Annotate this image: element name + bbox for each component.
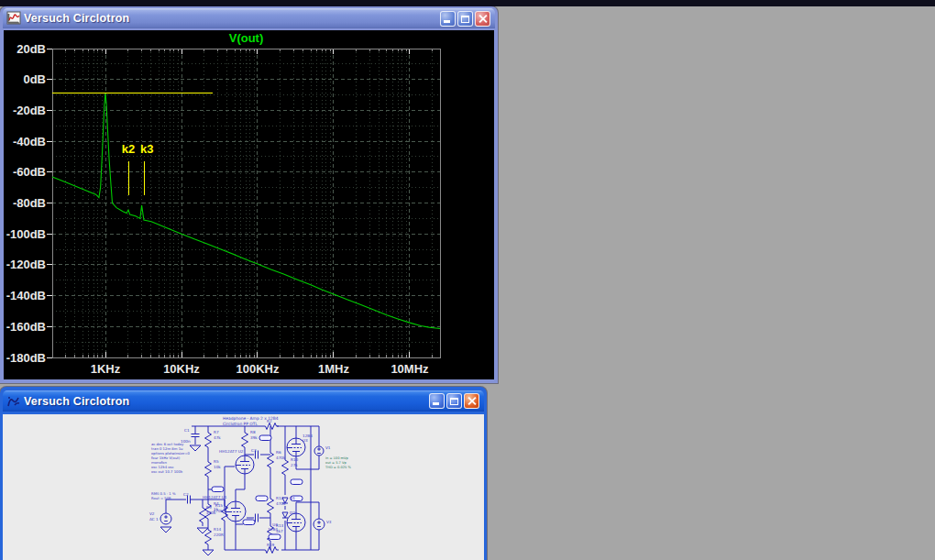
y-tick-label: 20dB (16, 42, 46, 56)
component-label: R2 (267, 419, 272, 423)
x-tick-label: 1MHz (318, 362, 349, 376)
component-label: R12 (276, 496, 284, 500)
net-label-flag (212, 487, 224, 492)
component-label: R7 (214, 430, 219, 434)
component-label: 10k (214, 465, 221, 469)
component-label: 220R (214, 533, 224, 537)
component-label: out = 5.7 Vp (325, 461, 346, 465)
component-label: 12B4 (268, 527, 278, 532)
component-label: 470k (276, 501, 286, 506)
minimize-button[interactable] (440, 11, 456, 27)
close-button[interactable] (464, 393, 479, 409)
spectrum-plot: 20dB0dB-20dB-40dB-60dB-80dB-100dB-120dB-… (4, 30, 494, 379)
close-button[interactable] (475, 11, 490, 27)
component-label: R5 (214, 459, 219, 464)
component-label: 100n (181, 439, 191, 444)
component-label: 27k (291, 463, 298, 467)
y-tick-label: -40dB (13, 135, 46, 148)
resistor (200, 504, 206, 526)
component-label: V1 (325, 445, 331, 450)
ground-symbol (197, 528, 208, 533)
maximize-icon (461, 16, 469, 23)
x-tick-label: 100KHz (236, 362, 280, 376)
harmonic-marker-label: k2 (122, 142, 135, 156)
component-label: 470k (214, 509, 224, 513)
harmonic-marker-label: k3 (140, 142, 153, 156)
component-label: 47k (214, 435, 221, 440)
x-tick-label: 1KHz (91, 362, 121, 376)
y-tick-label: -160dB (6, 320, 46, 334)
y-tick-label: -140dB (6, 289, 46, 302)
net-label-flag (269, 534, 280, 540)
component-label: R10 (291, 457, 299, 462)
top-edge-strip (0, 0, 935, 6)
waveform-chart-icon (6, 11, 21, 26)
y-tick-label: -60dB (13, 165, 46, 179)
schematic-scribble-icon (6, 394, 21, 409)
plot-axis-labels: 20dB0dB-20dB-40dB-60dB-80dB-100dB-120dB-… (6, 42, 429, 377)
schematic-window-title: Versuch Circlotron (24, 395, 427, 408)
minimize-icon (444, 20, 450, 23)
y-tick-label: -80dB (13, 196, 46, 210)
maximize-button[interactable] (446, 393, 462, 409)
resistor (205, 458, 212, 480)
annotations: k2k3 (52, 93, 213, 195)
net-label-flag (243, 520, 255, 525)
component-label: C2 (183, 492, 189, 497)
trace-name-label: V(out) (229, 31, 264, 45)
component-label: osc out 10.7 100k (151, 469, 183, 474)
component-label: C1 (184, 428, 190, 433)
close-icon (465, 394, 478, 408)
component-label: Rout = 50R (151, 496, 171, 500)
resistor (268, 449, 274, 471)
schematic-labels: Headphone - Amp 2 x 12B4Circlotron PP OT… (149, 416, 351, 547)
x-tick-label: 10MHz (390, 362, 429, 376)
maximize-button[interactable] (457, 11, 473, 27)
close-icon (476, 12, 490, 26)
component-label: U3 (302, 438, 308, 443)
diode (282, 512, 288, 518)
net-label-flag (259, 435, 271, 441)
component-label: R14 (214, 527, 222, 532)
component-label: 39k (250, 435, 258, 440)
schematic-window: Versuch Circlotron Headphone - Amp 2 x 1… (0, 387, 487, 560)
vout-trace (52, 93, 440, 329)
plot-window-titlebar[interactable]: Versuch Circlotron (3, 8, 495, 28)
resistor (242, 429, 248, 451)
plot-window-title: Versuch Circlotron (24, 12, 438, 25)
component-label: R9 (206, 505, 212, 510)
minimize-button[interactable] (429, 393, 445, 409)
schematic-pane[interactable]: Headphone - Amp 2 x 12B4Circlotron PP OT… (3, 414, 484, 560)
component-label: R8 (250, 430, 256, 434)
ground-symbol (190, 445, 201, 451)
y-tick-label: 0dB (23, 72, 46, 86)
component-label: V3 (326, 520, 332, 524)
circuit-schematic: Headphone - Amp 2 x 12B4Circlotron PP OT… (3, 414, 484, 560)
minimize-icon (433, 402, 439, 405)
x-tick-label: 10KHz (163, 362, 200, 376)
resistor (268, 495, 274, 517)
component-label: AC 1 (149, 517, 159, 522)
component-label: C3 (251, 448, 257, 453)
voltage-source (314, 519, 324, 530)
component-label: HH12AT7 U2 (219, 449, 244, 454)
component-label: Circlotron PP OTL (223, 422, 258, 426)
y-tick-label: -20dB (13, 104, 46, 117)
resistor (205, 429, 212, 451)
waveform-plot-pane[interactable]: 20dB0dB-20dB-40dB-60dB-80dB-100dB-120dB-… (4, 30, 494, 379)
component-label: HH12AT7 U1 (203, 495, 227, 500)
component-label: in = 100 mVp (325, 456, 349, 460)
component-label: 470k (276, 456, 286, 460)
y-tick-label: -180dB (6, 351, 46, 365)
component-label: D2 (290, 511, 295, 515)
component-label: R19 (267, 543, 275, 547)
schematic-window-titlebar[interactable]: Versuch Circlotron (3, 390, 484, 412)
resistor (282, 456, 289, 478)
net-label-flag (291, 479, 302, 485)
ground-symbol (203, 550, 214, 555)
voltage-source (160, 513, 171, 524)
ground-symbol (160, 527, 171, 533)
component-label: D1 (290, 496, 295, 500)
net-label-flag (256, 496, 268, 501)
component-label: V2 (149, 511, 155, 516)
